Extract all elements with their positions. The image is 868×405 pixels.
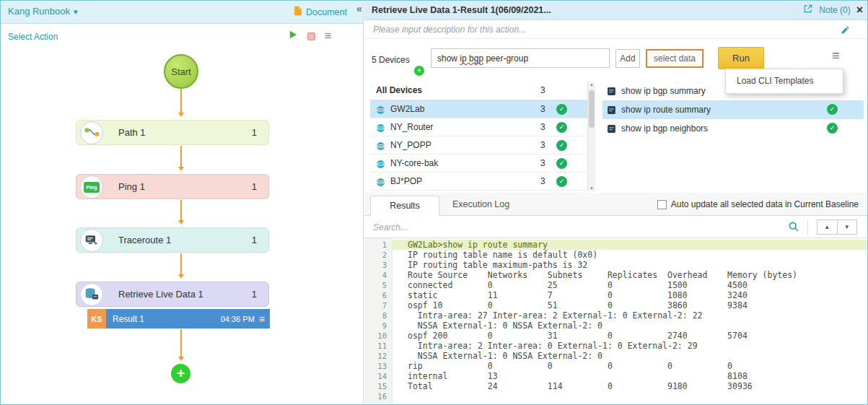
line-number: 16	[364, 391, 392, 401]
ping-chip: Ping	[84, 182, 99, 193]
cli-command-icon	[607, 86, 616, 95]
action-title: Retrieve Live Data 1-Result 1(06/09/2021…	[372, 5, 551, 15]
device-row[interactable]: NY_POPP 3	[370, 136, 595, 154]
success-check-icon	[556, 176, 567, 187]
auto-update-checkbox[interactable]	[657, 200, 667, 209]
device-result-count: 3	[540, 140, 545, 150]
device-name: BJ*POP	[390, 176, 422, 186]
line-text: connected 0 25 0 1500 4500	[392, 280, 868, 290]
flow-menu-icon[interactable]	[325, 30, 331, 43]
add-action-button[interactable]	[171, 364, 190, 383]
node-count: 1	[252, 235, 257, 245]
device-result-count: 3	[540, 158, 545, 168]
results-section: Results Execution Log Auto update all se…	[364, 193, 868, 405]
node-retrieve-live-data-1[interactable]: Retrieve Live Data 1 1	[76, 282, 269, 307]
command-row[interactable]: show ip route summary	[602, 100, 864, 119]
success-check-icon	[556, 158, 567, 169]
menu-item-load-cli-templates[interactable]: Load CLI Templates	[726, 69, 843, 93]
stop-icon[interactable]	[307, 32, 315, 40]
action-header: Retrieve Live Data 1-Result 1(06/09/2021…	[364, 1, 868, 20]
success-check-icon	[556, 104, 567, 115]
toolbar-menu-icon[interactable]	[832, 48, 840, 64]
traceroute-icon	[80, 229, 103, 252]
search-input[interactable]	[373, 219, 763, 235]
device-row[interactable]: GW2Lab 3	[370, 100, 595, 118]
chevron-down-icon	[70, 6, 78, 17]
command-label: show ip route summary	[621, 105, 711, 115]
output-line: 9 NSSA External-1: 0 NSSA External-2: 0	[364, 321, 868, 331]
search-prev-icon[interactable]	[817, 220, 837, 234]
line-text: ospf 200 0 31 0 2740 5704	[392, 331, 868, 341]
add-command-button[interactable]: Add	[615, 49, 640, 68]
runbook-selector[interactable]: Kang Runbook	[8, 6, 78, 17]
node-label: Path 1	[118, 127, 146, 138]
scrollbar-thumb[interactable]	[589, 90, 595, 128]
scroll-up-icon[interactable]	[588, 82, 595, 87]
select-data-button[interactable]: select data	[646, 49, 703, 68]
result-label: Result 1	[113, 314, 221, 324]
output-line: 3IP routing table maximum-paths is 32	[364, 260, 868, 270]
description-placeholder[interactable]: Please input description for this action…	[373, 25, 526, 35]
device-list-count: 3	[540, 85, 545, 95]
device-name: NY_Router	[390, 122, 433, 132]
command-row[interactable]: show ip bgp neighbors	[602, 119, 864, 138]
search-next-icon[interactable]	[837, 220, 857, 234]
line-text: IP routing table maximum-paths is 32	[392, 260, 868, 270]
edit-pencil-icon[interactable]	[841, 25, 850, 38]
line-text: NSSA External-1: 0 NSSA External-2: 0	[392, 321, 868, 331]
output-line: 6static 11 7 0 1080 3240	[364, 290, 868, 300]
node-traceroute-1[interactable]: Traceroute 1 1	[76, 227, 269, 253]
line-number: 12	[364, 351, 392, 361]
run-button[interactable]: Run	[718, 47, 764, 69]
scroll-down-icon[interactable]	[588, 186, 595, 191]
line-number: 9	[364, 321, 392, 331]
device-list-scrollbar[interactable]	[587, 82, 595, 191]
add-device-icon[interactable]	[414, 66, 424, 76]
close-icon[interactable]	[856, 4, 863, 16]
device-row[interactable]: NY_Router 3	[370, 118, 595, 136]
line-text: rip 0 0 0 0 0	[392, 361, 868, 371]
play-icon[interactable]	[288, 30, 298, 43]
node-path-1[interactable]: Path 1 1	[76, 120, 269, 145]
popout-icon[interactable]	[803, 4, 813, 17]
device-row[interactable]: BJ*POP 3	[370, 173, 595, 191]
output-line: 4Route Source Networks Subnets Replicate…	[364, 270, 868, 280]
document-button[interactable]: Document	[294, 6, 347, 18]
result-row[interactable]: KS Result 1 04:36 PM	[87, 309, 270, 328]
collapse-panel-icon[interactable]	[356, 3, 362, 14]
flow-arrow	[180, 200, 182, 223]
line-number: 4	[364, 270, 392, 280]
note-button[interactable]: Note (0)	[819, 5, 850, 15]
output-line: 8 Intra-area: 27 Inter-area: 2 External-…	[364, 310, 868, 321]
tab-results[interactable]: Results	[370, 196, 439, 216]
command-input[interactable]: show ip bgp peer-group	[431, 48, 610, 68]
line-number: 6	[364, 290, 392, 300]
device-row[interactable]: NY-core-bak 3	[370, 154, 595, 173]
output-line: 12 NSSA External-1: 0 NSSA External-2: 0	[364, 351, 868, 361]
node-label: Traceroute 1	[118, 235, 171, 245]
header-actions: Note (0)	[803, 4, 863, 17]
result-menu-icon[interactable]	[255, 313, 270, 326]
line-text: Intra-area: 27 Inter-area: 2 External-1:…	[392, 310, 868, 321]
flow-arrow	[180, 89, 182, 116]
action-detail-panel: Retrieve Live Data 1-Result 1(06/09/2021…	[364, 1, 868, 405]
cli-command-icon	[607, 105, 616, 114]
devices-count-label: 5 Devices	[372, 55, 410, 65]
runbook-name: Kang Runbook	[8, 6, 70, 17]
device-icon	[376, 177, 385, 186]
start-node[interactable]: Start	[164, 54, 198, 89]
device-list: All Devices 3 GW2Lab 3 NY_Router 3 NY_PO…	[370, 82, 595, 191]
result-time: 04:36 PM	[221, 315, 255, 323]
device-name: GW2Lab	[390, 104, 424, 114]
output-line: 13rip 0 0 0 0 0	[364, 361, 868, 371]
device-name: NY-core-bak	[390, 158, 438, 168]
device-name: NY_POPP	[390, 140, 431, 150]
search-nav-group	[817, 219, 857, 235]
runbook-panel: Kang Runbook Document Select Action Star…	[1, 1, 364, 405]
search-icon[interactable]	[788, 221, 799, 235]
document-label: Document	[306, 7, 347, 17]
node-ping-1[interactable]: Ping Ping 1 1	[76, 174, 269, 199]
flow-toolbar	[288, 30, 331, 43]
select-action-link[interactable]: Select Action	[8, 32, 58, 42]
tab-execution-log[interactable]: Execution Log	[452, 199, 509, 209]
